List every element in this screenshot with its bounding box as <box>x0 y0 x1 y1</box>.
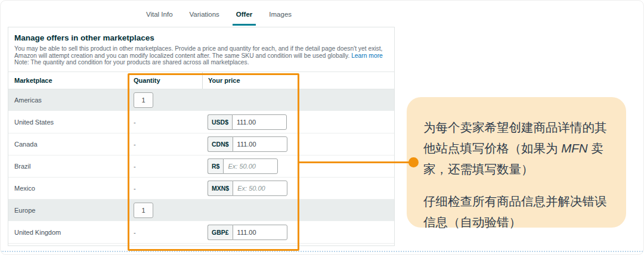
table-row-americas: Americas <box>8 89 394 111</box>
marketplace-label: Europe <box>8 207 134 214</box>
price-input-brazil[interactable] <box>223 158 278 174</box>
marketplace-label: United Kingdom <box>8 229 134 236</box>
header-quantity: Quantity <box>134 72 202 89</box>
header-marketplace: Marketplace <box>8 77 134 84</box>
quantity-input-americas[interactable] <box>134 92 153 108</box>
callout-paragraph-2: 仔细检查所有商品信息并解决错误信息（自动验错） <box>423 191 609 232</box>
marketplace-label: Mexico <box>8 185 134 192</box>
table-header-row: Marketplace Quantity Your price <box>8 71 394 89</box>
marketplace-label: Canada <box>8 141 134 148</box>
price-input-mexico[interactable] <box>233 181 287 196</box>
screenshot-card: Vital Info Variations Offer Images Manag… <box>0 0 644 255</box>
price-input-group: GBP£ <box>208 225 394 240</box>
currency-prefix-cdn: CDN$ <box>208 136 233 152</box>
price-input-group: R$ <box>208 158 394 174</box>
description-text: You may be able to sell this product in … <box>14 45 382 59</box>
quantity-cell <box>134 203 202 218</box>
currency-prefix-usd: USD$ <box>208 114 232 130</box>
panel-note: Note: The quantity and condition for you… <box>14 59 387 66</box>
learn-more-link[interactable]: Learn more <box>351 52 383 59</box>
quantity-dash: - <box>134 185 202 192</box>
quantity-cell <box>134 92 202 108</box>
panel-description: You may be able to sell this product in … <box>14 45 387 59</box>
price-cell: GBP£ <box>202 225 394 240</box>
marketplace-label: United States <box>8 119 134 126</box>
offer-panel: Manage offers in other marketplaces You … <box>8 27 395 246</box>
tab-offer[interactable]: Offer <box>233 11 256 26</box>
callout-paragraph-1: 为每个卖家希望创建商品详情的其他站点填写价格（如果为 MFN 卖家，还需填写数量… <box>423 117 609 179</box>
panel-header: Manage offers in other marketplaces You … <box>8 27 394 66</box>
annotation-callout: 为每个卖家希望创建商品详情的其他站点填写价格（如果为 MFN 卖家，还需填写数量… <box>407 97 626 228</box>
quantity-dash: - <box>134 163 202 170</box>
page-title: Manage offers in other marketplaces <box>14 33 387 42</box>
price-input-group: CDN$ <box>208 136 394 152</box>
price-input-group: USD$ <box>208 114 394 130</box>
marketplace-table: Marketplace Quantity Your price Americas… <box>8 71 394 244</box>
currency-prefix-brl: R$ <box>208 158 223 174</box>
table-row-brazil: Brazil - R$ <box>8 156 394 178</box>
price-cell: CDN$ <box>202 136 394 152</box>
marketplace-label: Brazil <box>8 163 134 170</box>
price-input-united-states[interactable] <box>232 114 287 130</box>
tab-vital-info[interactable]: Vital Info <box>143 11 177 26</box>
tab-variations[interactable]: Variations <box>186 11 223 26</box>
tab-bar: Vital Info Variations Offer Images <box>143 11 295 26</box>
bottom-dotted-divider <box>1 251 644 252</box>
table-row-mexico: Mexico - MXN$ <box>8 178 394 200</box>
price-cell: MXN$ <box>202 181 394 196</box>
quantity-input-europe[interactable] <box>134 203 153 218</box>
currency-prefix-gbp: GBP£ <box>208 225 233 240</box>
price-input-united-kingdom[interactable] <box>233 225 287 240</box>
table-row-canada: Canada - CDN$ <box>8 133 394 156</box>
marketplace-label: Americas <box>8 97 134 104</box>
price-input-group: MXN$ <box>208 181 394 196</box>
price-cell: R$ <box>202 158 394 174</box>
table-row-united-kingdom: United Kingdom - GBP£ <box>8 222 394 244</box>
table-row-europe: Europe <box>8 200 394 222</box>
price-input-canada[interactable] <box>233 136 287 152</box>
table-row-united-states: United States - USD$ <box>8 111 394 133</box>
price-cell: USD$ <box>202 114 394 130</box>
quantity-dash: - <box>134 141 202 148</box>
quantity-dash: - <box>134 229 202 236</box>
tab-images[interactable]: Images <box>265 11 295 26</box>
currency-prefix-mxn: MXN$ <box>208 181 233 196</box>
callout-p1-mfn: MFN <box>561 141 587 155</box>
header-your-price: Your price <box>202 72 394 89</box>
quantity-dash: - <box>134 119 202 126</box>
